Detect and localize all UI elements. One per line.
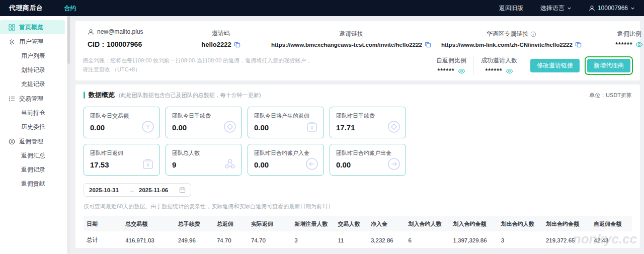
col-actual-rebate: 实际返佣 [248,220,291,228]
sidebar-item-rebate-records[interactable]: 返佣记录 [0,162,67,177]
user-menu[interactable]: 100007966 [589,5,635,12]
invite-link-value: https://www.bmexchangeaws-test.com/invit… [271,42,422,48]
cn-link-block: 华语区专属链接 https://www.bm-link.com/zh-CN/in… [436,30,587,48]
calendar-icon [179,187,186,193]
rebate-ratio-masked: ****** [615,41,632,48]
self-rebate-label: 自返佣比例 [436,56,466,65]
arrow-in-circle-icon [305,157,318,171]
sidebar-item-rebate-summary[interactable]: 返佣汇总 [0,148,67,162]
invited-count-masked: ****** [485,67,502,74]
sidebar-item-user-list[interactable]: 用户列表 [0,49,67,63]
self-rebate-block: 自返佣比例 ****** [429,56,473,74]
sidebar-item-transfer-records[interactable]: 划转记录 [0,63,67,77]
col-transfer-out-users: 划出合约人数 [498,220,543,228]
tab-contract[interactable]: 合约 [64,4,76,13]
sidebar-item-rebate-contribution[interactable]: 返佣贡献 [0,177,67,191]
stat-card-team-today-fee: 团队今日手续费 0.00 [166,107,242,138]
svg-text:¥: ¥ [310,125,313,131]
user-icon [589,5,595,12]
stat-card-team-yesterday-fee: 团队昨日手续费 17.71 [330,107,406,138]
section-subtitle: (此处团队数据包含自己及团队的总数据，每十分钟一更新) [119,92,261,99]
sidebar-item-deposit-withdraw-records[interactable]: 充提记录 [0,77,67,91]
date-start-input[interactable] [89,187,125,193]
col-self-rebate-amount: 自返佣金额 [591,220,632,228]
list-icon [9,96,15,102]
wallet-yen-icon: ¥ [305,120,318,133]
arrow-out-circle-icon [387,157,400,171]
account-email: new@mailto.plus [97,28,143,35]
cn-link-label: 华语区专属链接 [486,30,528,38]
account-info-panel: new@mailto.plus CID：100007966 邀请码 hello2… [75,21,640,80]
summary-table: 日期 总交易额 总手续费 总返佣 实际返佣 新增注册人数 交易人数 净入金 划入… [84,216,632,249]
edit-invite-link-button[interactable]: 修改邀请链接 [530,59,580,72]
commission-notice: 佣金到账：您将在每日09:00 收到前一日08:00-当日08:00 的返佣，返… [83,56,314,74]
invite-code-block: 邀请码 hello2222 [176,29,266,48]
user-icon [88,29,94,35]
diamond-circle-icon [387,120,400,133]
sidebar-item-home-overview[interactable]: 首页概览 [0,20,65,34]
eye-icon[interactable] [506,68,513,74]
col-total-rebate: 总返佣 [214,220,248,228]
col-traders: 交易人数 [335,220,368,228]
diamond-circle-icon [223,120,236,133]
self-rebate-masked: ****** [437,67,454,74]
gear-icon [9,39,15,45]
add-agent-button[interactable]: 新增代理商 [587,59,630,72]
svg-text:¥: ¥ [145,123,150,131]
wallet-yen-icon: ¥ [141,157,154,171]
app-title: 代理商后台 [9,4,43,13]
dollar-circle-icon: S [9,138,15,145]
sidebar-item-current-positions[interactable]: 当前持仓 [0,106,67,120]
highlight-box: 新增代理商 [585,56,633,75]
grid-icon [9,24,15,31]
svg-text:¥: ¥ [146,162,149,168]
svg-text:S: S [11,139,13,143]
chevron-down-icon [567,6,572,11]
rebate-ratio-block: 返佣比例 ****** [587,30,644,48]
query-note: 仅可查询最近60天的数据。由于数据统计的复杂性，实际返佣和实际自返佣可查看的最新… [84,203,632,210]
yen-circle-icon: ¥ [141,120,154,133]
language-selector[interactable]: 选择语言 [540,4,572,13]
sidebar-item-rebate-management[interactable]: S 返佣管理 [0,134,67,148]
stat-card-team-yesterday-rebate: 团队昨日返佣 17.53 ¥ [84,144,160,176]
table-row-total: 总计 416,971.03 249.96 74.70 74.70 3 11 3,… [84,231,632,249]
stat-card-team-today-volume: 团队今日交易额 0.00 ¥ [84,107,160,138]
info-icon[interactable] [530,31,536,37]
sidebar-item-trade-management[interactable]: 交易管理 [0,92,67,106]
chevron-down-icon [630,6,635,11]
copy-icon[interactable] [425,41,431,48]
invite-link-block: 邀请链接 https://www.bmexchangeaws-test.com/… [266,30,436,48]
invite-link-label: 邀请链接 [339,30,363,38]
sidebar-scrollbar[interactable] [67,16,70,254]
date-range-picker[interactable]: → [84,183,191,197]
stat-cards: 团队今日交易额 0.00 ¥ 团队今日手续费 0.00 团队今日将产生的返佣 0… [84,107,632,176]
section-accent-bar [84,92,85,99]
top-bar: 代理商后台 合约 返回旧版 选择语言 100007966 [0,0,644,16]
eye-icon[interactable] [635,41,643,48]
stat-card-team-yesterday-deposit: 团队昨日合约账户入金 0.00 [248,144,324,176]
scrollbar-thumb[interactable] [67,16,70,64]
rebate-ratio-label: 返佣比例 [617,30,641,38]
user-id: 100007966 [598,5,628,12]
sidebar: 首页概览 用户管理 用户列表 划转记录 充提记录 交易管理 当前持仓 历史委托 … [0,16,67,254]
invited-count-block: 成功邀请人数 ****** [474,56,524,74]
copy-icon[interactable] [234,41,240,48]
account-cid: CID：100007966 [88,40,142,49]
stat-card-team-yesterday-withdraw: 团队昨日合约账户出金 0.00 [330,144,406,176]
stat-card-team-total-members: 团队总人数 9 [166,144,242,176]
sidebar-item-user-management[interactable]: 用户管理 [0,35,67,49]
data-overview-panel: 数据概览 (此处团队数据包含自己及团队的总数据，每十分钟一更新) 单位：USDT… [75,84,640,248]
table-header-row: 日期 总交易额 总手续费 总返佣 实际返佣 新增注册人数 交易人数 净入金 划入… [84,216,632,231]
col-transfer-in-users: 划入合约人数 [405,220,450,228]
invited-count-label: 成功邀请人数 [481,56,517,65]
col-date: 日期 [84,220,122,228]
cn-link-value: https://www.bm-link.com/zh-CN/invite/hel… [441,42,573,48]
date-end-input[interactable] [139,187,175,193]
col-new-registrations: 新增注册人数 [291,220,335,228]
back-old-version-link[interactable]: 返回旧版 [499,4,523,13]
invite-code-value: hello2222 [201,41,231,48]
account-block: new@mailto.plus CID：100007966 [83,28,176,49]
copy-icon[interactable] [575,41,582,48]
eye-icon[interactable] [458,68,465,74]
sidebar-item-order-history[interactable]: 历史委托 [0,120,67,134]
